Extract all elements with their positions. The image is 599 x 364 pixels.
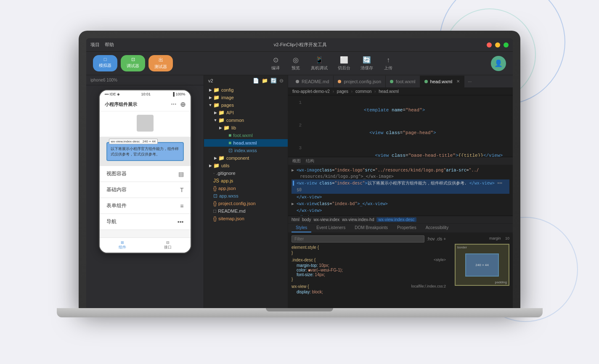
tree-item-app-wxss[interactable]: ▶ ⊡ app.wxss (204, 192, 288, 200)
tree-item-config[interactable]: ▶ 📁 config (204, 86, 288, 94)
line-content-3: <view class="page-head-title">{{title}}<… (308, 144, 509, 157)
line-content-2: <view class="page-head"> (308, 121, 509, 144)
menu-item-help[interactable]: 帮助 (105, 42, 114, 48)
nav-item-0[interactable]: ⊞ 组件 (100, 238, 145, 253)
devtools-tab-properties[interactable]: Properties (393, 224, 421, 232)
selector-text: .index-desc { (292, 258, 315, 262)
devtools-breadcrumb: html body wx-view.index wx-view.index-hd… (288, 216, 513, 224)
devtools-tab-styles[interactable]: Styles (292, 224, 311, 232)
html-line-3: ▶ <wx-view class="index-bd">_</wx-view> (292, 200, 509, 207)
style-prop-font-size: font-size: 14px; (292, 272, 446, 277)
collapse-icon[interactable]: ⊖ (279, 78, 284, 84)
device-debug-label: 真机调试 (311, 65, 328, 71)
compile-action[interactable]: ⊙ 编译 (270, 56, 281, 71)
tree-arrow-image: ▶ (207, 95, 213, 100)
tree-item-index-wxss[interactable]: ▶ ⊡ index.wxss (204, 147, 288, 154)
list-item-3[interactable]: 导航 ••• (100, 214, 191, 230)
tree-item-head-wxml[interactable]: ▶ ■ head.wxml (204, 139, 288, 147)
tree-item-sitemap[interactable]: ▶ {} sitemap.json (204, 215, 288, 222)
tab-label-readme: README.md (302, 79, 329, 84)
tree-item-project-config[interactable]: ▶ {} project.config.json (204, 200, 288, 207)
tree-label-app-wxss: app.wxss (219, 193, 239, 198)
tree-item-gitignore[interactable]: ▶ · .gitignore (204, 169, 288, 177)
list-item-1[interactable]: 基础内容 T (100, 182, 191, 198)
tree-item-readme[interactable]: ▶ □ README.md (204, 207, 288, 215)
tree-label-project-config: project.config.json (218, 201, 256, 206)
tree-item-utils[interactable]: ▶ 📁 utils (204, 162, 288, 169)
html-line-1[interactable]: ▐ <wx-view class="index-desc">以下将展示小程序官方… (292, 179, 509, 194)
html-line-2: </wx-view> (292, 194, 509, 200)
html-content-0: <wx-image (297, 167, 319, 174)
tab-readme[interactable]: README.md (292, 76, 334, 87)
style-prop-margin: margin-top: 10px; (292, 263, 446, 268)
tree-label-app-json: app.json (218, 186, 236, 191)
tree-item-image[interactable]: ▶ 📁 image (204, 94, 288, 101)
styles-panel: :hov .cls + element.style { } (288, 233, 450, 308)
phone-menu-icon[interactable]: ··· (171, 100, 176, 108)
debugger-button[interactable]: ⊡ 调试器 (121, 55, 145, 71)
tree-item-app-js[interactable]: ▶ JS app.js (204, 177, 288, 185)
wxml-icon-foot: ■ (228, 132, 231, 138)
tree-label-app-js: app.js (221, 178, 233, 183)
tree-item-foot-wxml[interactable]: ▶ ■ foot.wxml (204, 132, 288, 139)
breadcrumb-tag-body[interactable]: body (302, 217, 311, 222)
devtools-tab-dom[interactable]: DOM Breakpoints (350, 224, 392, 232)
code-editor[interactable]: 1 <template name="head"> 2 <view class="… (288, 95, 513, 157)
tab-project-config[interactable]: project.config.json (334, 76, 386, 87)
folder-icon-utils: 📁 (213, 163, 220, 169)
phone-list: 视图容器 ▤ 基础内容 T 表单组件 (100, 166, 191, 230)
editor-and-panels: 1 <template name="head"> 2 <view class="… (288, 95, 513, 308)
tree-item-common[interactable]: ▼ 📁 common (204, 116, 288, 124)
phone-add-icon[interactable]: ⊕ (180, 100, 186, 108)
html-tab-overview-label[interactable]: 概图 (292, 158, 301, 164)
bottom-panel: Styles 概图 结构 ▶ <wx-image class="index-lo… (288, 157, 513, 308)
refresh-icon[interactable]: 🔄 (270, 78, 277, 84)
list-item-0[interactable]: 视图容器 ▤ (100, 166, 191, 182)
menu-item-project[interactable]: 项目 (90, 42, 100, 48)
new-file-icon[interactable]: 📄 (253, 78, 259, 84)
device-debug-action[interactable]: 📱 真机调试 (311, 56, 328, 71)
new-folder-icon[interactable]: 📁 (262, 78, 268, 84)
clear-cache-action[interactable]: 🔄 清缓存 (360, 56, 373, 71)
simulator-button[interactable]: □ 模拟器 (93, 55, 117, 71)
list-item-2[interactable]: 表单组件 ≡ (100, 198, 191, 214)
debugger-icon: ⊡ (131, 57, 135, 62)
background-label: 切后台 (338, 65, 350, 71)
tree-item-component[interactable]: ▶ 📁 component (204, 154, 288, 162)
maximize-button[interactable] (504, 42, 509, 47)
html-tab-structure[interactable]: 结构 (306, 158, 314, 164)
tab-foot-wxml[interactable]: foot.wxml (386, 76, 420, 87)
tree-label-component: component (226, 156, 249, 161)
devtools-tabs-bar: Styles Event Listeners DOM Breakpoints P… (288, 224, 513, 233)
preview-action[interactable]: ◎ 预览 (291, 56, 301, 71)
background-action[interactable]: ⬜ 切后台 (338, 56, 350, 71)
tree-item-app-json[interactable]: ▶ {} app.json (204, 185, 288, 192)
devtools-tab-events[interactable]: Event Listeners (312, 224, 350, 232)
list-item-icon-0: ▤ (178, 171, 184, 177)
clear-cache-label: 清缓存 (360, 65, 373, 71)
style-prop-color: color: ■var(--weui-FG-1); (292, 268, 446, 272)
breadcrumb-tag-wx-index[interactable]: wx-view.index (314, 217, 340, 222)
nav-item-1[interactable]: ⊟ 接口 (145, 238, 191, 253)
tab-head-wxml[interactable]: head.wxml ✕ (420, 76, 465, 87)
upload-action[interactable]: ↑ 上传 (383, 56, 393, 71)
tree-item-lib[interactable]: ▶ 📁 lib (204, 124, 288, 132)
tree-item-api[interactable]: ▶ 📁 API (204, 109, 288, 116)
user-avatar[interactable]: 👤 (491, 56, 506, 71)
html-tree-content: ▶ <wx-image class="index-logo" src="../r… (288, 165, 513, 216)
breadcrumb-tag-wx-index-desc[interactable]: wx-view.index-desc (376, 217, 416, 222)
code-line-1: 1 <template name="head"> (288, 99, 513, 121)
devtools-tab-accessibility[interactable]: Accessibility (421, 224, 453, 232)
tab-close-icon[interactable]: ✕ (456, 79, 460, 84)
more-tabs-icon[interactable]: ··· (464, 79, 475, 84)
close-button[interactable] (487, 42, 492, 47)
minimize-button[interactable] (495, 42, 500, 47)
tester-button[interactable]: 出 测试器 (148, 55, 173, 71)
breadcrumb-tag-html[interactable]: html (292, 217, 300, 222)
window-title: v2-FinClip小程序开发工具 (274, 42, 327, 48)
style-rule-element: element.style { } (292, 245, 446, 255)
breadcrumb-tag-wx-index-hd[interactable]: wx-view.index-hd (342, 217, 374, 222)
tree-item-pages[interactable]: ▼ 📁 pages (204, 101, 288, 109)
filter-input[interactable] (292, 235, 424, 243)
prop-name-margin: margin-top: (297, 263, 318, 268)
